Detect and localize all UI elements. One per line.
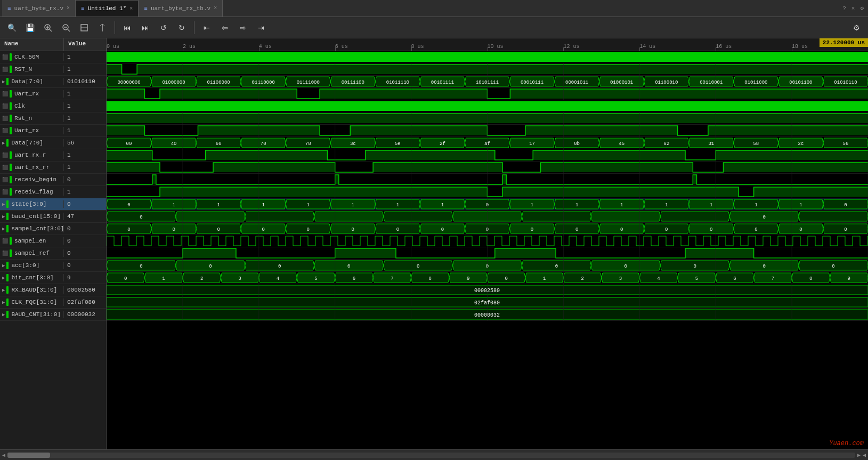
last-edge-button[interactable]: ⇥ [254,20,269,35]
signal-value-18: 9 [64,275,74,281]
tab-close-uart-rx[interactable]: × [67,5,70,11]
signal-row-5[interactable]: ⬛Rst_n1 [0,112,106,125]
zoom-in-button[interactable] [40,20,55,35]
signal-row-19[interactable]: ▶RX_BAUD[31:0]00002580 [0,284,106,296]
signal-value-2: 01010110 [64,78,99,85]
signal-row-18[interactable]: ▶bit_cnt[3:0]9 [0,272,106,284]
bottom-scrollbar[interactable]: ◀ ▶ ◀ [0,449,868,460]
left-edge-button[interactable]: ⇤ [199,20,214,35]
signal-expand-12[interactable]: ▶ [2,201,5,207]
waveform-svg-19: 00002580 [107,284,868,296]
signal-name-1: ⬛RST_N [0,66,64,73]
signal-name-text-11: receiv_flag [14,189,53,195]
svg-text:0: 0 [575,227,578,232]
waveform-row-2: 0000000001000000011000000111000001111000… [107,76,868,88]
svg-text:02faf080: 02faf080 [474,300,500,306]
search-button[interactable]: 🔍 [4,20,19,35]
signal-expand-13[interactable]: ▶ [2,214,5,220]
save-button[interactable]: 💾 [22,20,37,35]
svg-text:1: 1 [575,203,578,208]
cursor-button[interactable] [95,20,110,35]
signal-name-text-19: RX_BAUD[31:0] [11,287,57,293]
tab-close-uart-rx-tb[interactable]: × [214,5,217,11]
signal-row-17[interactable]: ▶acc[3:0]0 [0,260,106,272]
signal-name-text-5: Rst_n [14,115,32,122]
tab-untitled[interactable]: ≡ Untitled 1* × [76,0,139,17]
signal-row-12[interactable]: ▶state[3:0]0 [0,198,106,211]
waveform-row-19: 00002580 [107,284,868,296]
signal-icon-4: ⬛ [2,103,8,109]
signal-row-14[interactable]: ▶sampel_cnt[3:0]0 [0,223,106,235]
signal-row-16[interactable]: ⬛sampel_ref0 [0,247,106,260]
tab-uart-rx-tb[interactable]: ≡ uart_byte_rx_tb.v × [139,0,223,17]
waveform-svg-0 [107,51,868,63]
signal-row-15[interactable]: ⬛sampel_en0 [0,235,106,247]
signal-value-3: 1 [64,91,74,97]
replay-button[interactable]: ↺ [156,20,171,35]
zoom-out-button[interactable] [59,20,74,35]
waveform-svg-1 [107,63,868,76]
signal-icon-5: ⬛ [2,116,8,122]
signal-row-6[interactable]: ⬛Uart_rx1 [0,125,106,137]
signal-row-11[interactable]: ⬛receiv_flag1 [0,186,106,198]
tab-icon-untitled: ≡ [81,5,85,12]
signal-row-0[interactable]: ⬛CLK_50M1 [0,51,106,63]
forward-button[interactable]: ↻ [174,20,189,35]
waveforms-container[interactable]: 0000000001000000011000000111000001111000… [107,51,868,449]
waveform-row-0 [107,51,868,63]
signal-expand-2[interactable]: ▶ [2,79,5,85]
signal-row-3[interactable]: ⬛Uart_rx1 [0,88,106,100]
svg-text:0: 0 [140,264,142,269]
signal-row-21[interactable]: ▶BAUD_CNT[31:0]00000032 [0,309,106,321]
signal-value-21: 00000032 [64,311,99,318]
signal-name-text-2: Data[7:0] [11,78,43,85]
signal-row-4[interactable]: ⬛Clk1 [0,100,106,112]
svg-text:01110000: 01110000 [252,80,275,85]
waveform-area[interactable]: 22.120000 us 0 us2 us4 us6 us8 us10 us12… [107,38,868,449]
signal-row-9[interactable]: ⬛uart_rx_rr1 [0,162,106,174]
prev-edge-button[interactable]: ⇦ [217,20,232,35]
signal-row-1[interactable]: ⬛RST_N1 [0,63,106,76]
tab-close-untitled[interactable]: × [129,6,133,12]
signal-expand-7[interactable]: ▶ [2,140,5,146]
tab-uart-rx[interactable]: ≡ uart_byte_rx.v × [2,0,76,17]
next-edge-button[interactable]: ⇨ [236,20,250,35]
signal-color-bar-3 [10,90,12,98]
prev-button[interactable]: ⏭ [138,20,153,35]
svg-text:0b: 0b [574,141,580,147]
scrollbar-track[interactable] [7,453,855,458]
signal-name-19: ▶RX_BAUD[31:0] [0,286,64,294]
close-icon[interactable]: × [851,5,855,12]
time-ruler-inner: 0 us2 us4 us6 us8 us10 us12 us14 us16 us… [107,38,868,51]
settings-icon[interactable]: ⚙ [860,5,864,12]
scroll-expand[interactable]: ◀ [863,452,866,458]
scrollbar-thumb[interactable] [7,453,50,458]
signal-row-2[interactable]: ▶Data[7:0]01010110 [0,76,106,88]
scroll-left-arrow[interactable]: ◀ [2,452,5,458]
signal-row-20[interactable]: ▶CLK_FQC[31:0]02faf080 [0,296,106,309]
settings-gear-button[interactable]: ⚙ [849,20,864,35]
scroll-right-arrow[interactable]: ▶ [857,452,861,458]
signal-row-8[interactable]: ⬛uart_rx_r1 [0,149,106,162]
svg-text:8: 8 [809,276,812,281]
signal-name-5: ⬛Rst_n [0,115,64,122]
signal-expand-17[interactable]: ▶ [2,263,5,269]
first-button[interactable]: ⏮ [120,20,135,35]
fit-button[interactable] [77,20,92,35]
help-icon[interactable]: ? [842,5,846,12]
signal-row-13[interactable]: ▶baud_cnt[15:0]47 [0,211,106,223]
signal-name-text-17: acc[3:0] [11,262,39,269]
signal-expand-19[interactable]: ▶ [2,287,5,293]
signal-row-10[interactable]: ⬛receiv_begin0 [0,174,106,186]
signal-expand-18[interactable]: ▶ [2,275,5,281]
signal-value-20: 02faf080 [64,299,99,305]
svg-text:40: 40 [171,141,177,147]
waveform-svg-17: 00000000000 [107,260,868,272]
svg-line-5 [68,29,70,31]
signal-expand-20[interactable]: ▶ [2,300,5,305]
svg-text:0: 0 [832,264,834,269]
svg-text:2: 2 [200,276,203,281]
signal-expand-14[interactable]: ▶ [2,226,5,232]
signal-expand-21[interactable]: ▶ [2,312,5,318]
signal-row-7[interactable]: ▶Data[7:0]56 [0,137,106,149]
